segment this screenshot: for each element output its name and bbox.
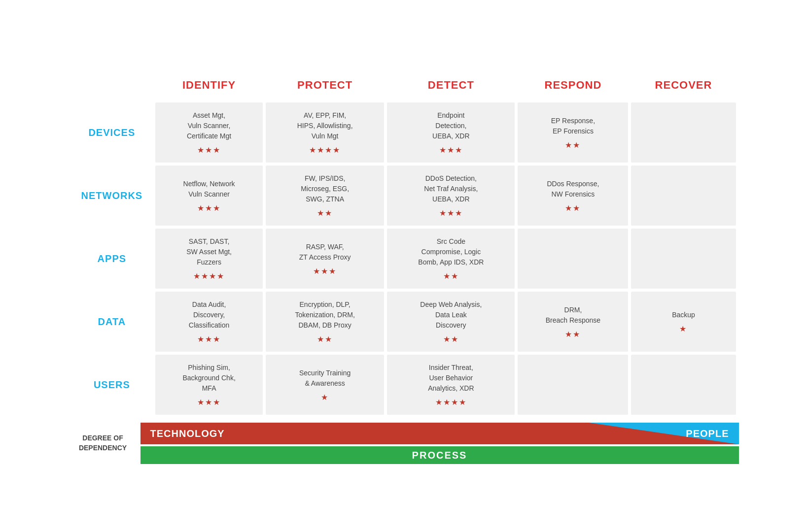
empty-header xyxy=(71,71,153,100)
people-label: PEOPLE xyxy=(686,428,729,439)
cell-networks-4 xyxy=(631,166,736,226)
cell-data-1: Encryption, DLP,Tokenization, DRM,DBAM, … xyxy=(266,292,384,352)
bottom-section: DEGREE OFDEPENDENCY TECHNOLOGY PEOPLE PR… xyxy=(69,423,739,464)
cell-text: EndpointDetection,UEBA, XDR xyxy=(394,110,508,141)
cell-networks-3: DDos Response,NW Forensics★★ xyxy=(518,166,628,226)
cell-users-4 xyxy=(631,355,736,415)
cell-networks-0: Netflow, NetworkVuln Scanner★★★ xyxy=(155,166,263,226)
cell-users-2: Insider Threat,User BehaviorAnalytics, X… xyxy=(387,355,515,415)
star-rating: ★★★ xyxy=(394,208,508,218)
cell-text: Insider Threat,User BehaviorAnalytics, X… xyxy=(394,363,508,394)
recover-header: RECOVER xyxy=(631,71,736,100)
cell-text: FW, IPS/IDS,Microseg, ESG,SWG, ZTNA xyxy=(273,173,377,204)
cell-text: Asset Mgt,Vuln Scanner,Certificate Mgt xyxy=(162,110,256,141)
cell-data-3: DRM,Breach Response★★ xyxy=(518,292,628,352)
cell-users-0: Phishing Sim,Background Chk,MFA★★★ xyxy=(155,355,263,415)
cell-text: Security Training& Awareness xyxy=(273,368,377,389)
cell-text: RASP, WAF,ZT Access Proxy xyxy=(273,242,377,263)
cell-text: Encryption, DLP,Tokenization, DRM,DBAM, … xyxy=(273,299,377,331)
cell-users-1: Security Training& Awareness★ xyxy=(266,355,384,415)
cell-data-4: Backup★ xyxy=(631,292,736,352)
star-rating: ★ xyxy=(638,324,729,333)
framework-table: IDENTIFY PROTECT DETECT RESPOND RECOVER … xyxy=(69,68,739,418)
detect-header: DETECT xyxy=(387,71,515,100)
star-rating: ★★★ xyxy=(394,145,508,155)
row-header-apps: APPS xyxy=(71,229,153,289)
cell-text: DRM,Breach Response xyxy=(525,305,621,326)
degree-label: DEGREE OFDEPENDENCY xyxy=(69,423,138,464)
star-rating: ★★ xyxy=(273,334,377,344)
cell-text: Deep Web Analysis,Data LeakDiscovery xyxy=(394,299,508,331)
cell-apps-4 xyxy=(631,229,736,289)
cell-data-2: Deep Web Analysis,Data LeakDiscovery★★ xyxy=(387,292,515,352)
row-header-devices: DEVICES xyxy=(71,102,153,163)
cell-text: Netflow, NetworkVuln Scanner xyxy=(162,179,256,200)
row-header-users: USERS xyxy=(71,355,153,415)
cell-data-0: Data Audit,Discovery,Classification★★★ xyxy=(155,292,263,352)
cell-devices-2: EndpointDetection,UEBA, XDR★★★ xyxy=(387,102,515,163)
star-rating: ★★★★ xyxy=(273,145,377,155)
row-header-data: DATA xyxy=(71,292,153,352)
cell-networks-2: DDoS Detection,Net Traf Analysis,UEBA, X… xyxy=(387,166,515,226)
cell-apps-1: RASP, WAF,ZT Access Proxy★★★ xyxy=(266,229,384,289)
star-rating: ★★★ xyxy=(273,266,377,276)
technology-bar: TECHNOLOGY PEOPLE xyxy=(140,423,739,444)
process-bar: PROCESS xyxy=(140,446,739,464)
cell-text: Phishing Sim,Background Chk,MFA xyxy=(162,363,256,394)
cell-text: DDoS Detection,Net Traf Analysis,UEBA, X… xyxy=(394,173,508,204)
cell-apps-2: Src CodeCompromise, LogicBomb, App IDS, … xyxy=(387,229,515,289)
cell-text: Data Audit,Discovery,Classification xyxy=(162,299,256,331)
tech-fill xyxy=(140,423,739,444)
star-rating: ★★★ xyxy=(162,203,256,213)
cell-text: Backup xyxy=(638,310,729,320)
cell-devices-0: Asset Mgt,Vuln Scanner,Certificate Mgt★★… xyxy=(155,102,263,163)
star-rating: ★★ xyxy=(273,208,377,218)
cell-text: DDos Response,NW Forensics xyxy=(525,179,621,200)
main-container: IDENTIFY PROTECT DETECT RESPOND RECOVER … xyxy=(59,48,749,484)
star-rating: ★★★★ xyxy=(162,271,256,281)
cell-text: AV, EPP, FIM,HIPS, Allowlisting,Vuln Mgt xyxy=(273,110,377,141)
row-header-networks: NETWORKS xyxy=(71,166,153,226)
cell-text: Src CodeCompromise, LogicBomb, App IDS, … xyxy=(394,236,508,267)
star-rating: ★★ xyxy=(394,334,508,344)
star-rating: ★★★★ xyxy=(394,398,508,407)
cell-text: EP Response,EP Forensics xyxy=(525,116,621,136)
star-rating: ★★ xyxy=(525,203,621,213)
degree-row: DEGREE OFDEPENDENCY TECHNOLOGY PEOPLE PR… xyxy=(69,423,739,464)
cell-apps-3 xyxy=(518,229,628,289)
technology-label: TECHNOLOGY xyxy=(140,428,225,439)
degree-bars: TECHNOLOGY PEOPLE PROCESS xyxy=(140,423,739,464)
process-label: PROCESS xyxy=(412,450,467,461)
cell-users-3 xyxy=(518,355,628,415)
star-rating: ★ xyxy=(273,393,377,402)
cell-devices-3: EP Response,EP Forensics★★ xyxy=(518,102,628,163)
cell-devices-4 xyxy=(631,102,736,163)
star-rating: ★★★ xyxy=(162,334,256,344)
cell-apps-0: SAST, DAST,SW Asset Mgt,Fuzzers★★★★ xyxy=(155,229,263,289)
star-rating: ★★★ xyxy=(162,145,256,155)
protect-header: PROTECT xyxy=(266,71,384,100)
respond-header: RESPOND xyxy=(518,71,628,100)
star-rating: ★★★ xyxy=(162,398,256,407)
cell-networks-1: FW, IPS/IDS,Microseg, ESG,SWG, ZTNA★★ xyxy=(266,166,384,226)
cell-devices-1: AV, EPP, FIM,HIPS, Allowlisting,Vuln Mgt… xyxy=(266,102,384,163)
identify-header: IDENTIFY xyxy=(155,71,263,100)
cell-text: SAST, DAST,SW Asset Mgt,Fuzzers xyxy=(162,236,256,267)
star-rating: ★★ xyxy=(525,140,621,150)
star-rating: ★★ xyxy=(525,330,621,339)
star-rating: ★★ xyxy=(394,271,508,281)
